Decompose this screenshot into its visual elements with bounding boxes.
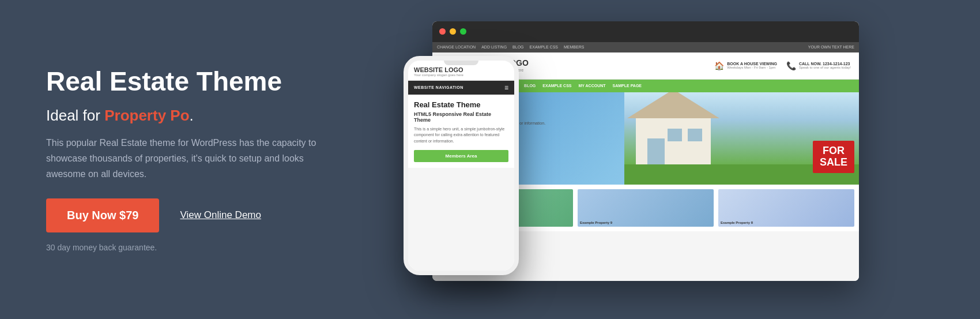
phone-icon: 📞	[786, 61, 796, 70]
topbar-item-5: MEMBERS	[564, 45, 584, 49]
topbar-item-3: BLOG	[512, 45, 523, 49]
phone-nav: WEBSITE NAVIGATION ≡	[408, 81, 514, 95]
cta-row: Buy Now $79 View Online Demo	[46, 198, 369, 232]
nav-item-examplecss[interactable]: EXAMPLE CSS	[542, 84, 571, 88]
property-thumb-2[interactable]: Example Property 9	[578, 189, 714, 227]
left-content: Real Estate Theme Ideal for Property Po.…	[46, 67, 369, 252]
home-icon: 🏠	[714, 61, 724, 70]
nav-item-blog[interactable]: BLOG	[524, 84, 536, 88]
call-sub: Speak to one of our agents today!	[799, 66, 851, 69]
for-sale-line2: SALE	[820, 157, 847, 168]
call-title: CALL NOW. 1234-1214-123	[799, 62, 851, 66]
main-title: Real Estate Theme	[46, 67, 369, 96]
phone-notch	[444, 61, 478, 65]
phone-content-title: Real Estate Theme	[414, 100, 508, 109]
phone-menu-icon[interactable]: ≡	[504, 84, 508, 92]
nav-item-samplepage[interactable]: SAMPLE PAGE	[613, 84, 642, 88]
action-booking-text: BOOK A HOUSE VIEWING Weekdays Mon - Fri …	[727, 62, 777, 69]
booking-title: BOOK A HOUSE VIEWING	[727, 62, 777, 66]
guarantee-text: 30 day money back guarantee.	[46, 243, 369, 252]
browser-chrome	[432, 21, 859, 42]
demo-link[interactable]: View Online Demo	[180, 209, 261, 221]
topbar-right: YOUR OWN TEXT HERE	[808, 45, 854, 49]
header-action-booking: 🏠 BOOK A HOUSE VIEWING Weekdays Mon - Fr…	[714, 61, 777, 70]
property-label-3: Example Property 8	[721, 221, 753, 224]
phone-content-desc: This is a simple hero unit, a simple jum…	[414, 126, 508, 145]
for-sale-sign: FOR SALE	[813, 141, 854, 173]
for-sale-line1: FOR	[820, 145, 847, 157]
subtitle-plain: Ideal for	[46, 107, 104, 124]
browser-dot-green	[460, 28, 466, 35]
topbar-item-1: CHANGE LOCATION	[437, 45, 476, 49]
phone-mockup: WEBSITE LOGO Your company slogan goes he…	[404, 56, 519, 275]
subtitle-end: .	[190, 107, 194, 124]
phone-members-button[interactable]: Members Area	[414, 150, 508, 162]
browser-dot-yellow	[450, 28, 456, 35]
right-content: CHANGE LOCATION ADD LISTING BLOG EXAMPLE…	[404, 21, 934, 298]
booking-sub: Weekdays Mon - Fri 9am - 1pm	[727, 66, 777, 69]
phone-logo-slogan: Your company slogan goes here	[414, 73, 508, 77]
property-label-2: Example Property 9	[580, 221, 612, 224]
subtitle: Ideal for Property Po.	[46, 107, 369, 125]
topbar-item-2: ADD LISTING	[481, 45, 507, 49]
nav-item-myaccount[interactable]: MY ACCOUNT	[579, 84, 606, 88]
property-thumb-3[interactable]: Example Property 8	[718, 189, 854, 227]
phone-inner: WEBSITE LOGO Your company slogan goes he…	[408, 61, 514, 271]
hero-house: FOR SALE	[624, 92, 859, 185]
site-header-actions: 🏠 BOOK A HOUSE VIEWING Weekdays Mon - Fr…	[714, 61, 851, 70]
hero-section: Real Estate Theme Ideal for Property Po.…	[0, 0, 980, 319]
description: This popular Real Estate theme for WordP…	[46, 135, 334, 182]
buy-button[interactable]: Buy Now $79	[46, 198, 159, 232]
phone-content-subtitle: HTML5 Responsive Real Estate Theme	[414, 111, 508, 123]
header-action-call: 📞 CALL NOW. 1234-1214-123 Speak to one o…	[786, 61, 851, 70]
phone-content: Real Estate Theme HTML5 Responsive Real …	[408, 95, 514, 168]
action-call-text: CALL NOW. 1234-1214-123 Speak to one of …	[799, 62, 851, 69]
phone-nav-text: WEBSITE NAVIGATION	[414, 85, 463, 89]
topbar-item-4: EXAMPLE CSS	[530, 45, 558, 49]
subtitle-highlight: Property Po	[104, 107, 189, 124]
phone-logo-name: WEBSITE LOGO	[414, 66, 508, 73]
browser-dot-red	[439, 28, 446, 35]
site-topbar: CHANGE LOCATION ADD LISTING BLOG EXAMPLE…	[432, 42, 859, 52]
